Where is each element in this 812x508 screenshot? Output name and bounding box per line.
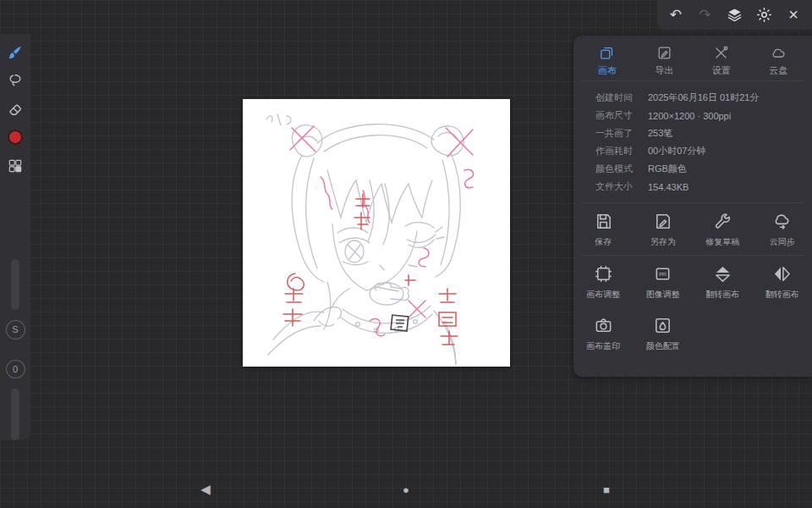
canvas-settings-panel: 画布 导出 设置 云盘: [573, 36, 812, 377]
info-row-created: 创建时间 2025年06月16日 01时21分: [595, 89, 812, 107]
tab-export-label: 导出: [655, 64, 673, 77]
tab-cloud-label: 云盘: [769, 64, 787, 77]
grid-icon: [7, 157, 24, 174]
export-tab-icon: [656, 45, 672, 61]
flip-horizontal-label: 翻转画布: [765, 289, 799, 301]
opacity-slider[interactable]: [11, 389, 19, 440]
settings-button[interactable]: [753, 4, 775, 26]
cloud-sync-label: 云同步: [770, 236, 795, 248]
actions-row-1: 保存 另存为 修复草稿 云同步: [573, 203, 812, 255]
canvas-stamp-button[interactable]: 画布盖印: [573, 316, 634, 352]
camera-icon: [594, 316, 613, 335]
canvas-adjust-label: 画布调整: [586, 289, 620, 301]
info-label: 画布尺寸: [595, 109, 648, 122]
undo-icon: ↶: [670, 6, 682, 24]
nav-recents-button[interactable]: ■: [603, 483, 610, 496]
flip-vertical-icon: [713, 264, 732, 284]
app-screen: ↶ ↷ ×: [0, 0, 812, 508]
tab-settings-label: 设置: [712, 64, 731, 77]
eraser-icon: [7, 101, 24, 118]
eraser-tool-button[interactable]: [5, 99, 25, 119]
top-toolbar: ↶ ↷ ×: [657, 0, 812, 30]
info-value: 253笔: [648, 127, 672, 140]
save-label: 保存: [595, 236, 612, 248]
flip-canvas-vertical-button[interactable]: 翻转画布: [693, 264, 753, 301]
info-value: RGB颜色: [648, 163, 687, 175]
undo-button[interactable]: ↶: [665, 4, 687, 26]
cloud-sync-icon: [772, 212, 792, 231]
tab-canvas[interactable]: 画布: [579, 45, 636, 77]
gear-icon: [756, 7, 772, 23]
info-row-colormode: 颜色模式 RGB颜色: [595, 160, 812, 178]
info-value: 154.43KB: [648, 182, 689, 192]
stabilizer-button[interactable]: S: [6, 320, 25, 340]
panel-tabs: 画布 导出 设置 云盘: [573, 36, 812, 80]
canvas-info-list: 创建时间 2025年06月16日 01时21分 画布尺寸 1200×1200 ·…: [573, 81, 812, 202]
color-profile-icon: [653, 316, 672, 335]
close-button[interactable]: ×: [782, 4, 804, 26]
smudge-tool-button[interactable]: [5, 70, 25, 90]
color-swatch[interactable]: [8, 130, 23, 145]
info-row-strokes: 一共画了 253笔: [595, 124, 812, 142]
info-label: 文件大小: [595, 180, 648, 193]
save-as-icon: [653, 212, 672, 231]
save-as-label: 另存为: [650, 236, 676, 248]
color-profile-label: 颜色配置: [646, 340, 680, 352]
info-value: 1200×1200 · 300ppi: [648, 111, 731, 121]
tab-export[interactable]: 导出: [636, 45, 694, 77]
layers-panel-button[interactable]: [5, 156, 25, 175]
brush-tool-button[interactable]: [5, 42, 25, 62]
info-label: 创建时间: [595, 91, 648, 104]
redo-button[interactable]: ↷: [694, 4, 716, 26]
svg-text:PPI: PPI: [659, 272, 667, 277]
canvas-tab-icon: [599, 45, 615, 61]
flip-canvas-horizontal-button[interactable]: 翻转画布: [753, 264, 812, 301]
image-adjust-button[interactable]: PPI 图像调整: [634, 264, 694, 301]
brush-icon: [7, 44, 24, 61]
flip-vertical-label: 翻转画布: [705, 289, 739, 301]
drawing-canvas[interactable]: [243, 99, 510, 367]
save-icon: [594, 212, 613, 231]
close-icon: ×: [788, 5, 798, 25]
layers-button[interactable]: [723, 4, 745, 26]
actions-row-3: 画布盖印 颜色配置: [573, 307, 812, 362]
flip-horizontal-icon: [772, 264, 792, 284]
canvas-adjust-icon: [594, 264, 613, 284]
nav-home-button[interactable]: ●: [403, 483, 409, 496]
canvas-stamp-label: 画布盖印: [586, 340, 620, 352]
tab-cloud[interactable]: 云盘: [750, 45, 808, 77]
left-toolbar: S 0: [0, 34, 30, 440]
info-label: 作画耗时: [595, 145, 648, 157]
repair-draft-button[interactable]: 修复草稿: [693, 212, 753, 248]
layers-icon: [727, 7, 743, 23]
info-row-filesize: 文件大小 154.43KB: [595, 178, 812, 196]
smudge-icon: [7, 72, 24, 89]
info-row-size: 画布尺寸 1200×1200 · 300ppi: [595, 107, 812, 124]
settings-tab-icon: [713, 45, 729, 61]
save-as-button[interactable]: 另存为: [634, 212, 694, 248]
wrench-icon: [713, 212, 732, 231]
cloud-sync-button[interactable]: 云同步: [753, 212, 812, 248]
info-value: 00小时07分钟: [648, 145, 705, 157]
canvas-adjust-button[interactable]: 画布调整: [573, 264, 634, 301]
tab-canvas-label: 画布: [598, 64, 617, 77]
brush-size-slider[interactable]: [11, 259, 19, 311]
redo-icon: ↷: [700, 6, 711, 24]
canvas-artwork: [243, 99, 510, 367]
image-adjust-icon: PPI: [653, 264, 672, 284]
info-label: 颜色模式: [595, 163, 648, 175]
repair-draft-label: 修复草稿: [705, 236, 739, 248]
info-value: 2025年06月16日 01时21分: [648, 91, 759, 104]
nav-back-button[interactable]: ◀: [200, 482, 211, 497]
save-button[interactable]: 保存: [573, 212, 634, 248]
cloud-tab-icon: [771, 45, 787, 61]
value-button[interactable]: 0: [6, 360, 25, 379]
color-profile-button[interactable]: 颜色配置: [634, 316, 694, 352]
system-navbar: ◀ ● ■: [0, 471, 812, 508]
actions-row-2: 画布调整 PPI 图像调整 翻转画布: [573, 256, 812, 307]
info-label: 一共画了: [595, 127, 648, 140]
image-adjust-label: 图像调整: [646, 289, 680, 301]
info-row-time: 作画耗时 00小时07分钟: [595, 142, 812, 160]
tab-settings[interactable]: 设置: [693, 45, 750, 77]
